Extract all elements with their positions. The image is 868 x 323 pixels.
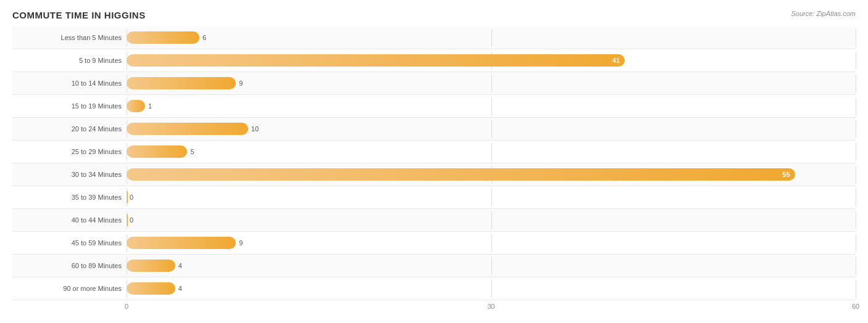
bar-value: 4 — [178, 262, 182, 269]
bar-row: 30 to 34 Minutes55 — [12, 163, 856, 186]
x-axis-label-30: 30 — [487, 303, 495, 310]
bar-label: 30 to 34 Minutes — [12, 171, 127, 178]
x-axis-label-0: 0 — [125, 303, 128, 310]
x-axis-label-60: 60 — [852, 303, 859, 310]
bars-wrapper: Less than 5 Minutes65 to 9 Minutes4110 t… — [12, 27, 856, 300]
bar-track: 6 — [127, 29, 856, 47]
bar-label: 20 to 24 Minutes — [12, 125, 127, 133]
bar-label: 60 to 89 Minutes — [12, 262, 127, 269]
bar-row: 5 to 9 Minutes41 — [12, 49, 856, 72]
bar-track: 0 — [127, 189, 856, 206]
bar-row: 15 to 19 Minutes1 — [12, 95, 856, 118]
chart-header: COMMUTE TIME IN HIGGINS Source: ZipAtlas… — [12, 10, 856, 20]
bar-label: 5 to 9 Minutes — [12, 57, 127, 64]
bar-fill: 5 — [127, 145, 187, 158]
bar-fill: 4 — [127, 260, 175, 272]
bar-value: 41 — [612, 57, 620, 64]
bar-value: 55 — [782, 171, 790, 178]
bar-label: 15 to 19 Minutes — [12, 102, 127, 110]
x-axis: 0 30 60 — [127, 303, 856, 314]
bar-fill: 10 — [127, 123, 248, 135]
bar-fill — [127, 191, 128, 203]
bar-track: 55 — [127, 166, 856, 184]
chart-source: Source: ZipAtlas.com — [791, 10, 856, 17]
bar-track: 4 — [127, 257, 856, 275]
bar-fill — [127, 214, 128, 226]
bar-label: 40 to 44 Minutes — [12, 216, 127, 224]
bar-value: 1 — [148, 102, 152, 110]
bar-row: 25 to 29 Minutes5 — [12, 141, 856, 163]
bar-fill: 4 — [127, 282, 175, 295]
bar-label: 35 to 39 Minutes — [12, 194, 127, 201]
bar-track: 5 — [127, 143, 856, 161]
bar-track: 9 — [127, 234, 856, 252]
bar-row: 35 to 39 Minutes0 — [12, 186, 856, 209]
bar-track: 9 — [127, 75, 856, 92]
bar-label: 25 to 29 Minutes — [12, 148, 127, 155]
bar-fill: 55 — [127, 168, 795, 181]
bar-value: 5 — [190, 148, 194, 155]
bar-fill: 41 — [127, 54, 625, 67]
bar-track: 0 — [127, 211, 856, 229]
bar-value: 9 — [239, 239, 243, 247]
bar-value: 9 — [239, 80, 243, 87]
bar-row: 20 to 24 Minutes10 — [12, 118, 856, 141]
bar-value: 0 — [130, 194, 133, 201]
bar-row: 10 to 14 Minutes9 — [12, 72, 856, 95]
bar-fill: 9 — [127, 237, 236, 249]
bar-track: 41 — [127, 52, 856, 70]
bar-value: 0 — [130, 216, 133, 224]
bar-track: 1 — [127, 97, 856, 115]
bar-value: 6 — [202, 34, 206, 41]
bar-label: 10 to 14 Minutes — [12, 80, 127, 87]
bar-row: Less than 5 Minutes6 — [12, 27, 856, 49]
bar-track: 10 — [127, 120, 856, 138]
bar-row: 60 to 89 Minutes4 — [12, 255, 856, 277]
bar-row: 45 to 59 Minutes9 — [12, 232, 856, 255]
bar-label: 45 to 59 Minutes — [12, 239, 127, 247]
bar-track: 4 — [127, 280, 856, 298]
bar-value: 10 — [251, 125, 259, 133]
bar-label: Less than 5 Minutes — [12, 34, 127, 41]
bar-value: 4 — [178, 285, 182, 292]
bar-row: 40 to 44 Minutes0 — [12, 209, 856, 232]
bar-label: 90 or more Minutes — [12, 285, 127, 292]
bar-fill: 6 — [127, 31, 199, 44]
chart-container: COMMUTE TIME IN HIGGINS Source: ZipAtlas… — [0, 0, 868, 323]
bar-row: 90 or more Minutes4 — [12, 277, 856, 300]
bar-fill: 1 — [127, 100, 145, 112]
bar-fill: 9 — [127, 77, 236, 89]
chart-title: COMMUTE TIME IN HIGGINS — [12, 10, 146, 20]
